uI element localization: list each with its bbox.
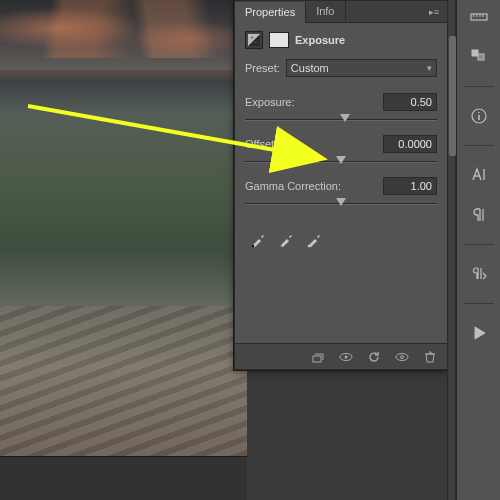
eyedropper-gray-icon[interactable] [277, 231, 295, 249]
reset-icon[interactable] [365, 348, 383, 366]
offset-slider[interactable] [245, 155, 437, 169]
panel-tabs: Properties Info ▸≡ [235, 1, 447, 23]
gamma-slider-thumb[interactable] [336, 198, 346, 206]
panel-backdrop [247, 370, 447, 500]
paragraph-styles-icon[interactable] [466, 261, 492, 287]
toggle-visibility-icon[interactable] [337, 348, 355, 366]
svg-rect-13 [472, 50, 478, 56]
offset-slider-thumb[interactable] [336, 156, 346, 164]
play-icon[interactable] [466, 320, 492, 346]
svg-point-5 [280, 245, 282, 247]
eyedropper-black-icon[interactable] [249, 231, 267, 249]
tab-info[interactable]: Info [306, 1, 345, 22]
svg-rect-12 [471, 14, 487, 20]
info-icon[interactable] [466, 103, 492, 129]
offset-input[interactable] [383, 135, 437, 153]
exposure-slider[interactable] [245, 113, 437, 127]
svg-point-11 [401, 355, 404, 358]
clip-to-layer-icon[interactable] [309, 348, 327, 366]
exposure-slider-thumb[interactable] [340, 114, 350, 122]
exposure-input[interactable] [383, 93, 437, 111]
preset-label: Preset: [245, 62, 280, 74]
gamma-slider[interactable] [245, 197, 437, 211]
svg-point-9 [345, 355, 348, 358]
layer-mask-thumbnail[interactable] [269, 32, 289, 48]
svg-text:+: + [251, 34, 254, 40]
gamma-input[interactable] [383, 177, 437, 195]
adjustment-title: Exposure [295, 34, 345, 46]
canvas-preview [0, 0, 247, 456]
eyedropper-white-icon[interactable] [305, 231, 323, 249]
scrollbar-thumb[interactable] [449, 36, 456, 156]
delete-icon[interactable] [421, 348, 439, 366]
vertical-scrollbar[interactable] [447, 0, 456, 500]
paragraph-icon[interactable] [466, 202, 492, 228]
tab-properties[interactable]: Properties [235, 2, 306, 23]
properties-panel: Properties Info ▸≡ +- Exposure Preset: C… [234, 0, 448, 370]
svg-point-4 [252, 245, 254, 247]
svg-point-10 [396, 353, 408, 360]
ruler-icon[interactable] [466, 4, 492, 30]
svg-point-6 [308, 245, 310, 247]
panel-flyout-toggle[interactable]: ▸≡ [421, 1, 447, 22]
svg-rect-14 [478, 54, 484, 60]
character-icon[interactable] [466, 162, 492, 188]
offset-label: Offset: [245, 138, 277, 150]
exposure-adjustment-icon: +- [245, 31, 263, 49]
canvas-bottom-bar [0, 456, 247, 500]
swatches-icon[interactable] [466, 44, 492, 70]
right-dock [456, 0, 500, 500]
preset-select[interactable]: Custom [286, 59, 437, 77]
exposure-label: Exposure: [245, 96, 295, 108]
svg-text:-: - [255, 39, 257, 45]
gamma-label: Gamma Correction: [245, 180, 341, 192]
svg-marker-16 [475, 327, 485, 339]
view-previous-icon[interactable] [393, 348, 411, 366]
panel-footer [235, 343, 447, 369]
svg-rect-7 [313, 356, 321, 362]
